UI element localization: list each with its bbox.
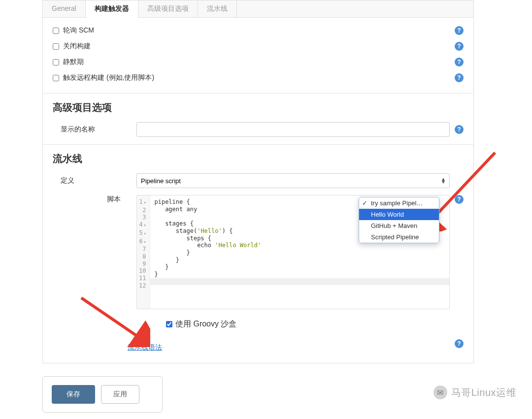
wechat-icon: ✉ bbox=[433, 386, 447, 399]
checkbox-groovy-sandbox[interactable] bbox=[166, 321, 172, 327]
tabs-spacer bbox=[237, 0, 473, 17]
definition-row: 定义 Pipeline script ▲▼ bbox=[53, 173, 464, 188]
config-panel: General 构建触发器 高级项目选项 流水线 轮询 SCM ? 关闭构建 ?… bbox=[42, 0, 474, 363]
definition-select[interactable]: Pipeline script bbox=[136, 173, 450, 188]
checkbox-quiet-period[interactable] bbox=[53, 59, 59, 65]
apply-button[interactable]: 应用 bbox=[101, 385, 139, 404]
editor-gutter: 1 2 3 4 5 6 7 8 9 10 11 12 bbox=[137, 195, 150, 309]
tab-build-triggers[interactable]: 构建触发器 bbox=[86, 0, 138, 18]
checkbox-remote-trigger[interactable] bbox=[53, 75, 59, 81]
divider bbox=[43, 93, 473, 94]
divider bbox=[43, 144, 473, 145]
sandbox-label: 使用 Groovy 沙盒 bbox=[175, 319, 236, 329]
script-label: 脚本 bbox=[53, 195, 136, 352]
section-advanced-title: 高级项目选项 bbox=[53, 101, 464, 114]
dropdown-item-try-sample[interactable]: try sample Pipel… bbox=[359, 197, 439, 209]
display-name-label: 显示的名称 bbox=[53, 125, 136, 134]
trigger-quiet-period-row: 静默期 ? bbox=[53, 54, 464, 70]
display-name-input[interactable] bbox=[136, 122, 450, 137]
tab-pipeline[interactable]: 流水线 bbox=[198, 0, 237, 17]
pipeline-syntax-link[interactable]: 流水线语法 bbox=[128, 343, 162, 352]
button-bar: 保存 应用 bbox=[42, 376, 163, 413]
content-area: 轮询 SCM ? 关闭构建 ? 静默期 ? 触发远程构建 (例如,使用脚本) ?… bbox=[43, 18, 473, 363]
tabs-bar: General 构建触发器 高级项目选项 流水线 bbox=[43, 0, 473, 18]
watermark-text: 马哥Linux运维 bbox=[451, 386, 516, 399]
trigger-disable-build-row: 关闭构建 ? bbox=[53, 38, 464, 54]
label-disable-build: 关闭构建 bbox=[63, 42, 455, 51]
help-icon[interactable]: ? bbox=[455, 195, 464, 204]
dropdown-item-hello-world[interactable]: Hello World bbox=[359, 209, 439, 220]
tab-advanced[interactable]: 高级项目选项 bbox=[138, 0, 198, 17]
help-icon[interactable]: ? bbox=[455, 42, 464, 51]
save-button[interactable]: 保存 bbox=[52, 385, 95, 404]
label-poll-scm: 轮询 SCM bbox=[63, 26, 455, 35]
dropdown-item-scripted[interactable]: Scripted Pipeline bbox=[359, 231, 439, 243]
sandbox-row: 使用 Groovy 沙盒 bbox=[166, 319, 450, 329]
label-remote-trigger: 触发远程构建 (例如,使用脚本) bbox=[63, 73, 455, 82]
help-icon[interactable]: ? bbox=[455, 26, 464, 35]
checkbox-poll-scm[interactable] bbox=[53, 28, 59, 34]
definition-label: 定义 bbox=[53, 176, 136, 185]
trigger-remote-row: 触发远程构建 (例如,使用脚本) ? bbox=[53, 70, 464, 86]
help-icon[interactable]: ? bbox=[455, 339, 464, 348]
checkbox-disable-build[interactable] bbox=[53, 43, 59, 50]
help-icon[interactable]: ? bbox=[455, 58, 464, 66]
sample-pipeline-dropdown[interactable]: try sample Pipel… Hello World GitHub + M… bbox=[359, 197, 439, 243]
section-pipeline-title: 流水线 bbox=[53, 152, 464, 165]
display-name-row: 显示的名称 ? bbox=[53, 122, 464, 137]
tab-general[interactable]: General bbox=[43, 0, 86, 17]
dropdown-item-github-maven[interactable]: GitHub + Maven bbox=[359, 220, 439, 231]
help-icon[interactable]: ? bbox=[455, 73, 464, 82]
watermark: ✉ 马哥Linux运维 bbox=[433, 386, 516, 399]
label-quiet-period: 静默期 bbox=[63, 58, 455, 66]
trigger-poll-scm-row: 轮询 SCM ? bbox=[53, 23, 464, 38]
script-row: 脚本 1 2 3 4 5 6 7 8 9 10 11 12 bbox=[53, 195, 464, 352]
help-icon[interactable]: ? bbox=[455, 125, 464, 134]
